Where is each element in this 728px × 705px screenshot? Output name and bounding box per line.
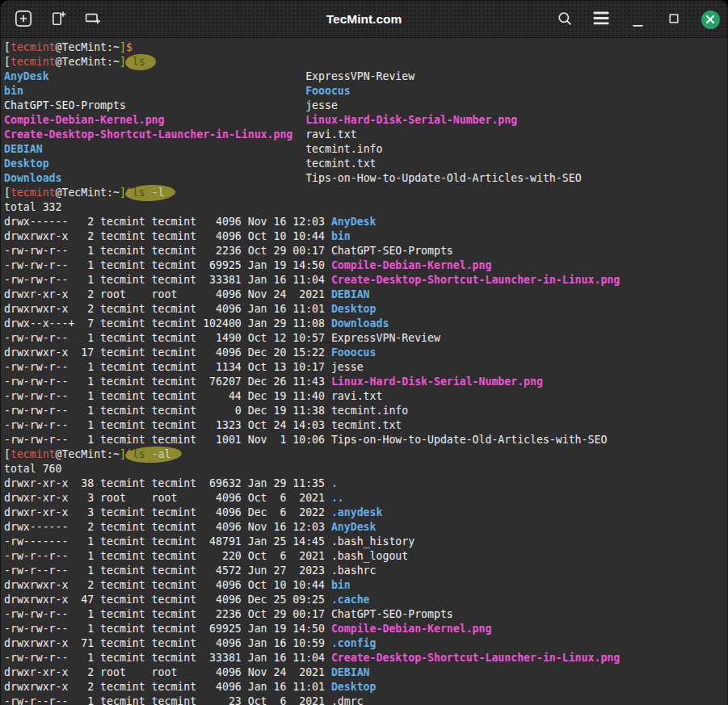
- new-window-icon: [49, 10, 67, 30]
- text-segment: -rw-rw-r-- 1 tecmint tecmint 1134 Oct 13…: [4, 361, 331, 373]
- text-segment: Compile-Debian-Kernel.png: [4, 114, 305, 126]
- ls-l-row: drwxrwxr-x 2 tecmint tecmint 4096 Jan 16…: [4, 302, 727, 317]
- ls-l-row: drwxrwxr-x 17 tecmint tecmint 4096 Dec 2…: [4, 346, 727, 360]
- text-segment: ExpressVPN-Review: [305, 70, 414, 82]
- text-segment: -rw-rw-r-- 1 tecmint tecmint 33381 Jan 1…: [4, 274, 331, 286]
- text-segment: drwxrwxr-x 2 tecmint tecmint 4096 Jan 16…: [4, 681, 331, 693]
- text-segment: drwxrwxr-x 47 tecmint tecmint 4096 Dec 2…: [4, 594, 331, 606]
- ls-al-row: -rw-r--r-- 1 tecmint tecmint 4572 Jun 27…: [4, 564, 727, 578]
- ls-l-row: drwx--x---+ 7 tecmint tecmint 102400 Jan…: [4, 317, 727, 331]
- ls-al-row: drwx------ 2 tecmint tecmint 4096 Nov 16…: [4, 520, 727, 535]
- text-segment: tecmint.info: [305, 143, 382, 155]
- ls-l-row: -rw-rw-r-- 1 tecmint tecmint 76207 Dec 2…: [4, 375, 727, 389]
- ls-al-row: drwxr-xr-x 3 root root 4096 Oct 6 2021 .…: [4, 491, 727, 506]
- ls-al-row: -rw-rw-r-- 1 tecmint tecmint 33381 Jan 1…: [4, 651, 727, 665]
- text-segment: Fooocus: [331, 346, 377, 359]
- text-segment: ravi.txt: [331, 390, 383, 402]
- titlebar-left-buttons: [1, 9, 103, 30]
- text-segment: drwxrwxr-x 2 tecmint tecmint 4096 Oct 10…: [4, 230, 331, 242]
- text-segment: Desktop: [331, 681, 377, 693]
- ls-l-row: -rw-rw-r-- 1 tecmint tecmint 1490 Oct 12…: [4, 331, 727, 346]
- hamburger-menu-icon: [593, 11, 609, 27]
- text-segment: -rw-rw-r-- 1 tecmint tecmint 2236 Oct 29…: [4, 245, 331, 257]
- text-segment: Linux-Hard-Disk-Serial-Number.png: [305, 114, 517, 126]
- text-segment: AnyDesk: [331, 521, 377, 533]
- text-segment: ExpressVPN-Review: [331, 332, 440, 344]
- text-segment: drwx------ 2 tecmint tecmint 4096 Nov 16…: [4, 521, 331, 533]
- ls-al-row: drwxr-xr-x 3 tecmint tecmint 4096 Dec 6 …: [4, 506, 727, 520]
- text-segment: @TecMint:~: [56, 448, 120, 460]
- text-segment: drwxr-xr-x 2 root root 4096 Nov 24 2021: [4, 666, 331, 678]
- text-segment: -rw------- 1 tecmint tecmint 48791 Jan 2…: [4, 535, 331, 548]
- text-segment: -rw-rw-r-- 1 tecmint tecmint 1323 Oct 24…: [4, 419, 331, 431]
- text-segment: -rw-rw-r-- 1 tecmint tecmint 69925 Jan 1…: [4, 259, 331, 271]
- search-button[interactable]: [554, 9, 575, 30]
- text-segment: AnyDesk: [4, 70, 305, 82]
- move-tab-icon: [84, 10, 102, 30]
- ls-l-row: -rw-rw-r-- 1 tecmint tecmint 33381 Jan 1…: [4, 273, 727, 287]
- ls-al-row: drwxrwxr-x 2 tecmint tecmint 4096 Oct 10…: [4, 578, 727, 593]
- text-segment: bin: [331, 230, 351, 242]
- text-segment: Downloads: [331, 317, 389, 329]
- prompt-line-ls-l: [tecmint@TecMint:~]$ls -l: [4, 186, 727, 200]
- text-segment: Linux-Hard-Disk-Serial-Number.png: [331, 376, 543, 388]
- ls-row: DEBIAN tecmint.info: [4, 142, 727, 157]
- text-segment: ravi.txt: [305, 128, 357, 141]
- ls-row: ChatGPT-SEO-Prompts jesse: [4, 99, 727, 113]
- move-tab-button[interactable]: [82, 9, 103, 30]
- text-segment: ls: [133, 448, 145, 460]
- text-segment: Create-Desktop-Shortcut-Launcher-in-Linu…: [4, 128, 305, 141]
- text-segment: ]: [120, 41, 126, 53]
- ls-l-row: -rw-rw-r-- 1 tecmint tecmint 0 Dec 19 11…: [4, 404, 727, 418]
- menu-button[interactable]: [591, 9, 612, 30]
- ls-al-row: drwxrwxr-x 71 tecmint tecmint 4096 Jan 1…: [4, 636, 727, 651]
- ls-al-row: drwxrwxr-x 2 tecmint tecmint 4096 Jan 16…: [4, 680, 727, 695]
- text-segment: drwxrwxr-x 71 tecmint tecmint 4096 Jan 1…: [4, 637, 331, 649]
- ls-row: AnyDesk ExpressVPN-Review: [4, 69, 727, 84]
- text-segment: tecmint: [11, 448, 56, 460]
- text-segment: $: [126, 41, 133, 53]
- ls-al-row: -rw-r--r-- 1 tecmint tecmint 23 Oct 6 20…: [4, 695, 727, 705]
- text-segment: .bash_history: [331, 535, 414, 548]
- text-segment: [: [4, 187, 11, 199]
- text-segment: .dmrc: [331, 695, 364, 705]
- highlight-marker: ls -al: [133, 447, 171, 462]
- ls-row: Desktop tecmint.txt: [4, 157, 727, 171]
- text-segment: tecmint.info: [331, 405, 408, 417]
- terminal-output[interactable]: [tecmint@TecMint:~]$[tecmint@TecMint:~]$…: [1, 38, 727, 705]
- text-segment: .: [331, 477, 338, 489]
- text-segment: drwx------ 2 tecmint tecmint 4096 Nov 16…: [4, 216, 331, 228]
- text-segment: .cache: [331, 594, 370, 606]
- text-segment: Tips-on-How-to-Update-Old-Articles-with-…: [305, 172, 581, 184]
- text-segment: DEBIAN: [331, 666, 370, 678]
- new-tab-button[interactable]: [13, 9, 34, 30]
- terminal-window: TecMint.com: [0, 0, 728, 705]
- ls-row: Downloads Tips-on-How-to-Update-Old-Arti…: [4, 171, 727, 186]
- ls-l-row: -rw-rw-r-- 1 tecmint tecmint 2236 Oct 29…: [4, 244, 727, 258]
- text-segment: -rw-r--r-- 1 tecmint tecmint 4572 Jun 27…: [4, 564, 331, 577]
- text-segment: ls: [133, 187, 145, 199]
- ls-l-row: drwxrwxr-x 2 tecmint tecmint 4096 Oct 10…: [4, 229, 727, 244]
- search-icon: [555, 9, 574, 31]
- text-segment: [: [4, 56, 11, 68]
- titlebar: TecMint.com: [1, 1, 727, 38]
- maximize-button[interactable]: [663, 9, 684, 30]
- text-segment: -rw-rw-r-- 1 tecmint tecmint 1490 Oct 12…: [4, 332, 331, 344]
- highlight-marker: ls -l: [133, 186, 165, 200]
- text-segment: -rw-rw-r-- 1 tecmint tecmint 2236 Oct 29…: [4, 608, 331, 620]
- text-segment: drwx--x---+ 7 tecmint tecmint 102400 Jan…: [4, 317, 331, 329]
- text-segment: total 332: [4, 201, 61, 213]
- minimize-button[interactable]: [627, 13, 648, 34]
- text-segment: Create-Desktop-Shortcut-Launcher-in-Linu…: [331, 652, 620, 664]
- text-segment: [: [4, 41, 11, 53]
- text-segment: tecmint: [11, 41, 56, 53]
- ls-l-row: -rw-rw-r-- 1 tecmint tecmint 1134 Oct 13…: [4, 360, 727, 375]
- text-segment: [: [4, 448, 11, 460]
- text-segment: -rw-rw-r-- 1 tecmint tecmint 0 Dec 19 11…: [4, 405, 331, 417]
- close-button[interactable]: [700, 9, 721, 30]
- new-window-button[interactable]: [48, 9, 69, 30]
- text-segment: tecmint: [11, 187, 56, 199]
- text-segment: drwxrwxr-x 17 tecmint tecmint 4096 Dec 2…: [4, 346, 331, 359]
- prompt-line-ls: [tecmint@TecMint:~]$ls: [4, 55, 727, 69]
- ls-al-row: -rw------- 1 tecmint tecmint 48791 Jan 2…: [4, 535, 727, 549]
